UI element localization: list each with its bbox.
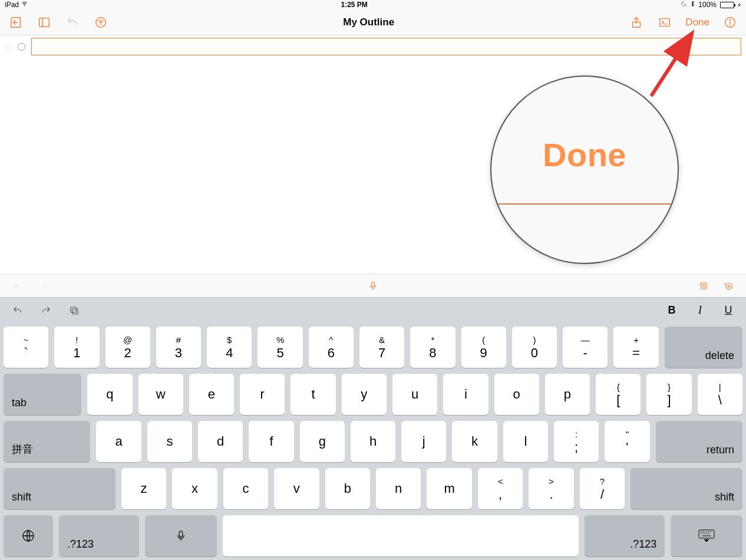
key-shift-left[interactable]: shift — [4, 468, 115, 509]
info-icon[interactable] — [722, 15, 738, 30]
kb-redo-icon[interactable] — [40, 305, 52, 317]
editor-accessory-bar — [0, 274, 746, 297]
row-drag-handle-icon[interactable] — [5, 43, 12, 50]
moon-icon — [681, 1, 687, 9]
key-w[interactable]: w — [138, 374, 183, 415]
key-z[interactable]: z — [121, 468, 166, 509]
share-icon[interactable] — [629, 15, 644, 30]
key-x[interactable]: x — [172, 468, 217, 509]
filter-icon[interactable] — [93, 15, 108, 30]
svg-point-15 — [6, 49, 7, 50]
sidebar-toggle-icon[interactable] — [37, 15, 52, 30]
key-'[interactable]: "' — [605, 421, 649, 462]
key-u[interactable]: u — [392, 374, 437, 415]
key-`[interactable]: ~` — [4, 327, 48, 368]
console-icon[interactable] — [657, 15, 672, 30]
key-label: .?123 — [67, 538, 94, 551]
key-1[interactable]: !1 — [54, 327, 99, 368]
key-globe[interactable] — [4, 515, 53, 556]
key-b[interactable]: b — [325, 468, 370, 509]
key-.[interactable]: >. — [529, 468, 573, 509]
key-2[interactable]: @2 — [105, 327, 150, 368]
svg-rect-36 — [699, 530, 714, 538]
key-g[interactable]: g — [300, 421, 345, 462]
documents-back-icon[interactable] — [8, 15, 24, 30]
key-t[interactable]: t — [291, 374, 335, 415]
key-a[interactable]: a — [96, 421, 141, 462]
key-9[interactable]: (9 — [461, 327, 506, 368]
key-i[interactable]: i — [443, 374, 488, 415]
key-][interactable]: }] — [646, 374, 691, 415]
svg-point-14 — [9, 45, 11, 47]
format-bold-button[interactable]: B — [666, 304, 678, 317]
outdent-arrow-icon[interactable] — [12, 279, 25, 292]
key-numsym-right[interactable]: .?123 — [585, 515, 665, 556]
dictation-mic-icon[interactable] — [367, 279, 379, 292]
key-j[interactable]: j — [401, 421, 446, 462]
key-0[interactable]: )0 — [512, 327, 557, 368]
key-return[interactable]: return — [656, 421, 742, 462]
key--[interactable]: —- — [563, 327, 608, 368]
kb-copy-icon[interactable] — [68, 305, 80, 317]
wifi-icon — [21, 1, 28, 9]
key-\[interactable]: |\ — [698, 374, 742, 415]
key-s[interactable]: s — [147, 421, 192, 462]
outline-area — [0, 35, 746, 58]
outline-row — [5, 38, 741, 55]
svg-point-13 — [6, 45, 7, 47]
key-;[interactable]: :; — [554, 421, 599, 462]
note-toggle-icon[interactable] — [697, 279, 709, 292]
svg-point-16 — [9, 49, 11, 50]
key-8[interactable]: *8 — [410, 327, 455, 368]
key-r[interactable]: r — [240, 374, 285, 415]
keyboard-shortcut-bar: B I U — [0, 297, 746, 323]
key-dictation[interactable] — [145, 515, 217, 556]
key-shift-right[interactable]: shift — [631, 468, 742, 509]
key-=[interactable]: += — [613, 327, 658, 368]
key-tab[interactable]: tab — [4, 374, 81, 415]
key-hide-keyboard[interactable] — [671, 515, 742, 556]
key-n[interactable]: n — [376, 468, 421, 509]
key-m[interactable]: m — [427, 468, 471, 509]
add-row-icon[interactable] — [721, 279, 734, 292]
key-e[interactable]: e — [189, 374, 234, 415]
format-italic-button[interactable]: I — [694, 304, 706, 317]
key-h[interactable]: h — [351, 421, 395, 462]
key-d[interactable]: d — [198, 421, 243, 462]
key-3[interactable]: #3 — [156, 327, 201, 368]
key-5[interactable]: %5 — [258, 327, 302, 368]
key-v[interactable]: v — [274, 468, 319, 509]
key-f[interactable]: f — [249, 421, 293, 462]
undo-icon[interactable] — [65, 15, 80, 30]
battery-percent: 100% — [698, 1, 717, 9]
key-4[interactable]: $4 — [207, 327, 252, 368]
outline-row-input[interactable] — [31, 38, 741, 55]
key-o[interactable]: o — [494, 374, 539, 415]
kb-undo-icon[interactable] — [12, 305, 24, 317]
row-bullet-icon[interactable] — [18, 43, 25, 51]
svg-rect-32 — [71, 307, 76, 312]
svg-rect-31 — [72, 309, 78, 314]
key-pinyin[interactable]: 拼音 — [4, 421, 90, 462]
key-l[interactable]: l — [503, 421, 548, 462]
key-/[interactable]: ?/ — [580, 468, 625, 509]
key-6[interactable]: ^6 — [309, 327, 354, 368]
key-[[interactable]: {[ — [596, 374, 641, 415]
svg-point-0 — [24, 5, 25, 6]
key-q[interactable]: q — [87, 374, 132, 415]
key-c[interactable]: c — [223, 468, 268, 509]
key-,[interactable]: <, — [478, 468, 523, 509]
key-space[interactable] — [223, 515, 579, 556]
format-underline-button[interactable]: U — [722, 304, 734, 317]
bluetooth-icon — [689, 1, 696, 9]
done-button[interactable]: Done — [685, 17, 709, 28]
key-7[interactable]: &7 — [359, 327, 404, 368]
key-delete[interactable]: delete — [665, 327, 742, 368]
keyboard-container: B I U ~`!1@2#3$4%5^6&7*8(9)0—-+=delete t… — [0, 274, 746, 560]
key-numsym-left[interactable]: .?123 — [59, 515, 139, 556]
key-p[interactable]: p — [545, 374, 590, 415]
indent-arrow-icon[interactable] — [37, 279, 49, 292]
key-label: .?123 — [630, 538, 656, 551]
key-y[interactable]: y — [342, 374, 387, 415]
key-k[interactable]: k — [452, 421, 497, 462]
